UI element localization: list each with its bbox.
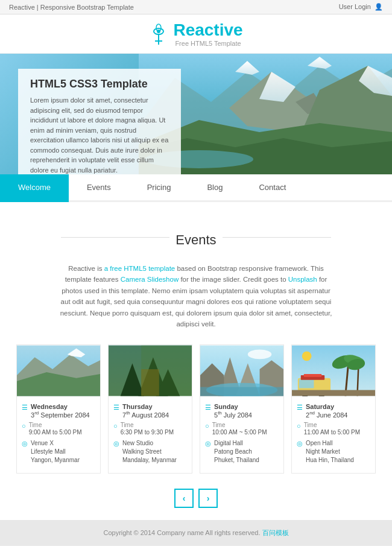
top-bar: Reactive | Responsive Bootstrap Template… — [0, 0, 392, 14]
event-image-2 — [109, 345, 192, 396]
nav-events[interactable]: Events — [69, 174, 129, 202]
event-day-3: Sunday — [214, 403, 252, 410]
event-venue-row-3: ◎ Digital Hall Patong Beach Phuket, Thai… — [205, 439, 279, 464]
hero-text: Lorem ipsum dolor sit amet, consectetur … — [30, 95, 169, 174]
nav-blog[interactable]: Blog — [189, 174, 241, 202]
site-title: Reactive — [173, 22, 242, 39]
top-bar-left: Reactive | Responsive Bootstrap Template — [9, 4, 134, 11]
hero-heading: HTML5 CSS3 Template — [30, 78, 169, 90]
camera-link[interactable]: Camera Slideshow — [121, 276, 179, 283]
event-time-row-3: ○ Time 10:00 AM ~ 5:00 PM — [205, 422, 279, 437]
clock-icon-4: ○ — [297, 422, 301, 430]
main-nav: Welcome Events Pricing Blog Contact — [0, 174, 392, 202]
footer: Copyright © 2014 Company name All rights… — [0, 520, 392, 546]
prev-button[interactable]: ‹ — [174, 489, 194, 508]
header: Reactive Free HTML5 Template — [0, 14, 392, 54]
event-date-1: 3rd September 2084 — [31, 410, 90, 419]
event-date-2: 7th August 2084 — [122, 410, 169, 419]
event-day-2: Thursday — [122, 403, 169, 410]
calendar-icon-3: ☰ — [205, 404, 211, 411]
nav-contact[interactable]: Contact — [241, 174, 304, 202]
next-button[interactable]: › — [198, 489, 218, 508]
pin-icon-1: ◎ — [22, 440, 28, 448]
logo-icon — [149, 23, 168, 46]
event-date-3: 5th July 2084 — [214, 410, 252, 419]
calendar-icon-2: ☰ — [113, 404, 119, 411]
section-divider: Events — [0, 220, 392, 254]
svg-rect-49 — [304, 374, 322, 377]
user-login[interactable]: User Login 👤 — [339, 3, 383, 11]
event-venue-row-4: ◎ Open Hall Night Market Hua Hin, Thaila… — [297, 439, 370, 464]
footer-link[interactable]: 百问模板 — [262, 529, 289, 536]
clock-icon-3: ○ — [205, 422, 209, 430]
svg-rect-28 — [141, 346, 192, 396]
logo: Reactive Free HTML5 Template — [0, 22, 392, 47]
event-time-row-4: ○ Time 11:00 AM to 5:00 PM — [297, 422, 370, 437]
section-description: Reactive is a free HTML5 template based … — [57, 263, 335, 329]
hero-content: HTML5 CSS3 Template Lorem ipsum dolor si… — [18, 69, 181, 174]
hero-section: HTML5 CSS3 Template Lorem ipsum dolor si… — [0, 54, 392, 174]
site-subtitle: Free HTML5 Template — [173, 40, 242, 47]
unsplash-link[interactable]: Unsplash — [288, 276, 317, 283]
section-title: Events — [175, 232, 216, 248]
svg-point-36 — [248, 350, 271, 360]
event-day-1: Wednesday — [31, 403, 90, 410]
event-card-1: ☰ Wednesday 3rd September 2084 ○ Time 9:… — [16, 344, 101, 474]
event-image-1 — [17, 345, 100, 396]
event-card-4: ☰ Saturday 2nd June 2084 ○ Time 11:00 AM… — [291, 344, 376, 474]
pin-icon-3: ◎ — [205, 440, 211, 448]
svg-point-50 — [302, 352, 312, 361]
event-body-2: ☰ Thursday 7th August 2084 ○ Time 6:30 P… — [109, 398, 192, 473]
calendar-icon-1: ☰ — [22, 404, 28, 411]
divider-left — [61, 237, 169, 238]
event-card-2: ☰ Thursday 7th August 2084 ○ Time 6:30 P… — [108, 344, 192, 474]
events-grid: ☰ Wednesday 3rd September 2084 ○ Time 9:… — [0, 344, 392, 474]
pin-icon-4: ◎ — [297, 440, 303, 448]
clock-icon-2: ○ — [113, 422, 118, 430]
event-image-4 — [292, 345, 375, 396]
nav-pricing[interactable]: Pricing — [129, 174, 189, 202]
event-image-3 — [200, 345, 283, 396]
nav-welcome[interactable]: Welcome — [0, 174, 69, 202]
event-body-1: ☰ Wednesday 3rd September 2084 ○ Time 9:… — [17, 398, 100, 473]
divider-right — [223, 237, 331, 238]
html5-link[interactable]: a free HTML5 template — [104, 265, 175, 272]
event-time-row-1: ○ Time 9:00 AM to 5:00 PM — [22, 422, 95, 437]
event-day-4: Saturday — [306, 403, 347, 410]
clock-icon-1: ○ — [22, 422, 26, 430]
event-date-4: 2nd June 2084 — [306, 410, 347, 419]
event-card-3: ☰ Sunday 5th July 2084 ○ Time 10:00 AM ~… — [200, 344, 284, 474]
event-body-4: ☰ Saturday 2nd June 2084 ○ Time 11:00 AM… — [292, 398, 375, 473]
event-date-row-4: ☰ Saturday 2nd June 2084 — [297, 403, 370, 419]
event-body-3: ☰ Sunday 5th July 2084 ○ Time 10:00 AM ~… — [200, 398, 283, 473]
event-venue-row-1: ◎ Venue X Lifestyle Mall Yangon, Myanmar — [22, 439, 95, 464]
svg-rect-47 — [292, 390, 375, 396]
calendar-icon-4: ☰ — [297, 404, 303, 411]
event-date-row-1: ☰ Wednesday 3rd September 2084 — [22, 403, 95, 419]
svg-rect-44 — [299, 379, 314, 388]
event-date-row-2: ☰ Thursday 7th August 2084 — [113, 403, 187, 419]
event-time-row-2: ○ Time 6:30 PM to 9:30 PM — [113, 422, 187, 437]
pagination: ‹ › — [0, 489, 392, 508]
svg-rect-35 — [200, 387, 283, 396]
pin-icon-2: ◎ — [113, 440, 119, 448]
event-date-row-3: ☰ Sunday 5th July 2084 — [205, 403, 279, 419]
event-venue-row-2: ◎ New Studio Walking Street Mandalay, My… — [113, 439, 187, 464]
footer-text: Copyright © 2014 Company name All rights… — [103, 529, 260, 536]
